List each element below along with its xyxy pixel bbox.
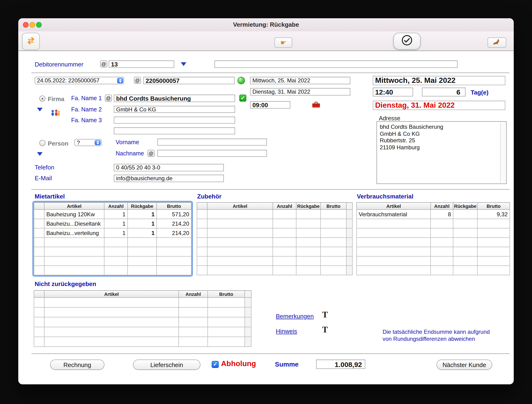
bemerkungen-text-icon[interactable]: T (322, 310, 328, 320)
end-date-display[interactable]: Dienstag, 31. Mai 2022 (373, 101, 505, 110)
adresse-textarea[interactable]: bhd Cordts Bausicherung GmbH & Co KG Rub… (377, 121, 507, 184)
summe-value-field: 1.008,92 (316, 360, 365, 369)
fa-name2-input[interactable]: GmbH & Co KG (114, 106, 235, 113)
table-row[interactable] (197, 256, 352, 266)
debitor-extra-input[interactable] (215, 60, 457, 68)
fa-name1-at-button[interactable]: @ (105, 95, 112, 101)
email-input[interactable]: info@bausicherung.de (114, 175, 224, 182)
table-row[interactable]: Bauheizu...Dieseltank11214,20 (34, 219, 191, 228)
adresse-scrollbar[interactable] (500, 122, 506, 183)
table-row[interactable] (357, 266, 510, 275)
pointing-finger-icon: ☛ (280, 39, 286, 46)
zoom-button[interactable] (36, 22, 42, 28)
nicht-zurueckgegeben-table[interactable]: ArtikelAnzahlBrutto (34, 290, 252, 347)
fa-name2-label: Fa. Name 2 (71, 106, 102, 113)
divider (31, 189, 510, 189)
abholung-checkbox[interactable]: ✓ (212, 361, 219, 368)
app-window: Vermietung: Rückgabe ☛ (18, 18, 514, 384)
stepper-icon[interactable] (117, 78, 123, 83)
table-row[interactable]: Bauheizung 120Kw11571,20 (34, 209, 191, 219)
person-dropdown-arrow[interactable] (37, 152, 43, 156)
table-row[interactable] (197, 209, 352, 219)
family-icon[interactable] (50, 109, 60, 119)
table-row[interactable] (34, 247, 191, 256)
fa-name4-input[interactable] (114, 127, 235, 134)
nachname-input[interactable] (157, 150, 267, 157)
confirm-button[interactable] (393, 33, 421, 50)
verbrauchsmaterial-table[interactable]: ArtikelAnzahlRückgabeBruttoVerbrauchsmat… (356, 202, 510, 275)
person-type-select[interactable]: ? (75, 139, 102, 146)
table-row[interactable] (34, 307, 251, 317)
check-circle-icon (401, 35, 412, 48)
table-row[interactable] (34, 297, 251, 307)
minimize-button[interactable] (30, 22, 35, 28)
telefon-input[interactable]: 0 40/55 20 40 3-0 (114, 164, 224, 171)
zubehoer-title: Zubehör (197, 193, 222, 200)
lieferschein-button[interactable]: Lieferschein (133, 360, 200, 370)
table-row[interactable] (197, 238, 352, 247)
nachname-at-button[interactable]: @ (147, 150, 155, 157)
rechnung-button[interactable]: Rechnung (50, 360, 104, 370)
hinweis-text-icon[interactable]: T (322, 325, 328, 335)
verbrauchsmaterial-table-wrap: ArtikelAnzahlRückgabeBruttoVerbrauchsmat… (356, 202, 510, 275)
rental-number-input[interactable]: 2205000057 (143, 77, 235, 84)
close-button[interactable] (23, 22, 29, 28)
table-row[interactable] (357, 219, 510, 228)
telefon-label: Telefon (35, 164, 54, 171)
table-row[interactable] (197, 228, 352, 238)
zubehoer-table[interactable]: ArtikelAnzahlRückgabeBrutto (197, 202, 353, 275)
adresse-text: bhd Cordts Bausicherung GmbH & Co KG Rub… (380, 124, 500, 182)
debitor-at-button[interactable]: @ (100, 60, 107, 67)
table-row[interactable] (357, 247, 510, 256)
table-row[interactable] (34, 266, 191, 275)
stepper-icon[interactable] (95, 140, 101, 145)
titlebar: Vermietung: Rückgabe (18, 18, 514, 32)
firma-radio[interactable]: ● (39, 95, 45, 101)
table-row[interactable] (34, 337, 251, 347)
nicht-zurueckgegeben-title: Nicht zurückgegeben (35, 280, 96, 287)
table-row[interactable] (197, 266, 352, 275)
fa-name1-input[interactable]: bhd Cordts Bausicherung (114, 95, 235, 102)
start-time-field[interactable]: 09:00 (250, 101, 290, 109)
table-row[interactable] (357, 228, 510, 238)
rental-start-date-field[interactable]: Mittwoch, 25. Mai 2022 (250, 77, 350, 84)
vorname-input[interactable] (157, 139, 267, 145)
firma-label: Firma (48, 95, 64, 102)
goto-button[interactable]: ☛ (274, 38, 292, 48)
nachname-label: Nachname (116, 150, 144, 157)
return-date-display[interactable]: Mittwoch, 25. Mai 2022 (373, 76, 505, 85)
rental-end-date-field[interactable]: Dienstag, 31. Mai 2022 (250, 88, 350, 95)
hinweis-link[interactable]: Hinweis (276, 328, 297, 335)
mietartikel-title: Mietartikel (35, 193, 65, 200)
table-row[interactable] (34, 327, 251, 337)
person-radio[interactable] (39, 140, 45, 146)
days-field[interactable]: 6 (422, 88, 466, 96)
bemerkungen-link[interactable]: Bemerkungen (276, 313, 314, 320)
table-row[interactable] (34, 317, 251, 327)
naechster-kunde-button[interactable]: Nächster Kunde (437, 360, 492, 370)
fa-name3-input[interactable] (114, 117, 235, 124)
kangaroo-icon (493, 38, 501, 47)
table-row[interactable] (197, 219, 352, 228)
debitor-input[interactable]: 13 (109, 60, 174, 68)
table-row[interactable] (357, 256, 510, 266)
debitor-dropdown-arrow[interactable] (181, 62, 186, 66)
table-row[interactable] (34, 256, 191, 266)
table-row[interactable]: Verbrauchsmaterial89,32 (357, 209, 510, 219)
kangaroo-button[interactable] (488, 38, 506, 48)
fa-name1-checkbox[interactable]: ✓ (239, 95, 246, 101)
table-row[interactable] (34, 238, 191, 247)
firma-dropdown-arrow[interactable] (37, 108, 43, 111)
briefcase-icon[interactable] (312, 101, 320, 110)
table-row[interactable]: Bauheizu...verteilung11214,20 (34, 228, 191, 238)
disclaimer-line2: von Rundungsdifferenzen abweichen (383, 336, 490, 343)
module-button[interactable] (22, 33, 40, 50)
return-time-field[interactable]: 12:40 (373, 88, 413, 96)
mietartikel-table[interactable]: ArtikelAnzahlRückgabeBruttoBauheizung 12… (34, 202, 191, 275)
fa-name3-label: Fa. Name 3 (71, 117, 102, 124)
fa-name1-label: Fa. Name 1 (71, 95, 102, 101)
table-row[interactable] (197, 247, 352, 256)
rental-history-select[interactable]: 24.05.2022: 2205000057 (35, 77, 124, 84)
rental-at-button[interactable]: @ (134, 77, 141, 84)
table-row[interactable] (357, 238, 510, 247)
